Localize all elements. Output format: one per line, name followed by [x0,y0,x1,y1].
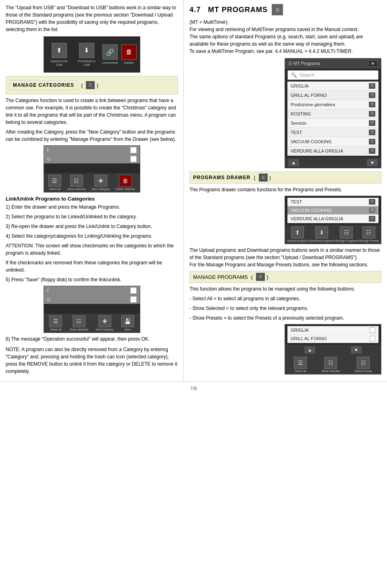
final-nav-down[interactable]: ▼ [351,346,362,354]
manage-programs-btn[interactable]: ☷ Manage Programs [335,226,358,242]
intro-text: The "Upoad from USB" and "Download to US… [6,4,178,33]
list-item[interactable]: Produzione giornaliera ☷ [287,100,379,109]
cat2-save-btn[interactable]: 💾 Save [121,315,134,331]
manage-presets-icon: ☷ [362,226,375,239]
page-number: 7/8 [0,381,387,395]
section-heading: 4.7 MT PROGRAMS ☷ [189,4,381,15]
drawer-paren-open: ( [254,175,255,181]
manage-presets-btn[interactable]: ☷ Manage Presets [358,226,379,242]
show-selected-btn[interactable]: ☷ Show selected [67,175,86,190]
prog-name-test: TEST [291,130,369,135]
nav-down-btn[interactable]: ▼ [367,159,378,166]
cat-label-g: G [47,157,51,161]
final-show-selected-label: Show selected [322,370,340,372]
cat2-new-category-btn[interactable]: ✚ New Category [96,315,114,331]
prog-icon-produzione: ☷ [369,102,375,107]
prog-name-produzione: Produzione giornaliera [291,102,369,107]
programs-drawer-header: PROGRAMS DRAWER ( ☷ ) [189,172,381,184]
cat2-empty-area [44,304,140,314]
select-all-btn[interactable]: ☰ Select all [48,175,61,190]
right-column: 4.7 MT PROGRAMS ☷ (MT = MultiTimer) For … [183,0,387,381]
cat2-label-g: G [47,297,51,302]
final-item-griglia[interactable]: GRIGLIA [287,326,379,335]
step-3: 3) Re-open the drawer and press the Link… [6,223,178,230]
manage-programs-header: MANAGE PROGRAMS ( ☷ ) [189,271,381,283]
upload-programs-label: Upload programs [287,239,309,242]
list-item[interactable]: Servizio ☷ [287,119,379,128]
cat2-show-selected-btn[interactable]: ☷ Show selected [70,315,88,331]
download-usb-label: Download to USB [75,59,99,67]
final-select-all-btn[interactable]: ☰ Select all [294,357,307,372]
final-item-grill-forno[interactable]: GRILL AL FORNO [287,335,379,343]
cat2-new-category-icon: ✚ [98,315,111,327]
cat2-show-selected-label: Show selected [70,328,88,331]
cat2-save-icon: 💾 [121,315,134,327]
cat2-select-all-btn[interactable]: ☰ Select all [49,315,62,331]
show-selected-label: Show selected [67,188,86,190]
show-selected-icon: ☷ [70,175,83,187]
final-item-grill-forno-name: GRILL AL FORNO [291,336,327,341]
category-screen-2: F G ☰ Select all ☷ Show selected [44,286,140,333]
new-category-btn[interactable]: ✚ New Category [92,175,109,190]
delete-block: 🗑 Delete [121,44,137,65]
final-nav-up[interactable]: ▲ [304,346,315,354]
final-show-selected-btn[interactable]: ☷ Show selected [322,357,340,372]
linkunlink-label: Link/Unlink [102,61,118,65]
download-programs-label: Download programs [309,239,335,242]
step-1: 1) Enter the drawer and press the Manage… [6,203,178,211]
list-item[interactable]: VERDURE ALLA GRIGLIA ☷ [287,146,379,156]
mt-dropdown[interactable]: ▼ [368,60,378,67]
list-item[interactable]: VACUUM COOKING ☷ [287,137,379,146]
section-icon: ☷ [272,4,283,15]
cat2-row-g: G [44,295,140,304]
download-programs-btn[interactable]: ⬇ Download programs [309,226,335,242]
drawer-item-test-name: TEST [291,199,302,204]
cat-screen-footer-2: ☰ Select all ☷ Show selected ✚ New Categ… [44,314,140,333]
mp-icon: ☷ [256,273,265,281]
upload-programs-btn[interactable]: ⬆ Upload programs [287,226,309,242]
cat2-checkbox-f [130,287,137,294]
mt-program-list: GRIGLIA ☷ GRILL AL FORNO ☷ Produzione gi… [287,82,379,156]
step-4: 4) Select the category/categories for Li… [6,232,178,240]
upload-download-screenshot: ⬆ Upload from USB ⬇ Download to USB 🔗 Li… [44,36,140,73]
upload-programs-icon: ⬆ [291,226,304,239]
new-category-label: New Category [92,188,109,190]
list-item[interactable]: GRIGLIA ☷ [287,82,379,91]
prog-icon-servizio: ☷ [369,120,375,126]
drawer-paren-close: ) [269,175,271,181]
final-checkbox-grill-forno [370,336,375,341]
prog-name-grill-forno: GRILL AL FORNO [291,93,369,98]
nav-up-btn[interactable]: ▲ [288,159,299,166]
download-usb-block: ⬇ Download to USB [75,43,99,67]
final-screen-footer: ☰ Select all ☷ Show selected ☷ Show Pres… [285,355,381,374]
mt-screen-nav: ▲ ▼ [285,157,381,168]
drawer-screen-footer: ⬆ Upload programs ⬇ Download programs ☷ … [285,225,381,244]
final-checkbox-griglia [370,327,375,333]
cat2-select-all-label: Select all [50,328,61,331]
list-item[interactable]: GRILL AL FORNO ☷ [287,91,379,100]
after-creating-text: After creating the Category, press the "… [6,128,178,143]
prog-icon-griglia: ☷ [369,83,375,89]
manage-programs-section-title: MANAGE PROGRAMS [193,274,248,280]
manage-presets-label: Manage Presets [358,239,379,242]
manage-cat-icon: ☷ [86,81,95,89]
attention-text: ATTENTION: This screen will show checkma… [6,242,178,257]
list-item[interactable]: ROSTING ☷ [287,109,379,119]
drawer-item-verdure[interactable]: VERDURE ALLA GRIGLIA ☷ [287,215,379,223]
mt-description: (MT = MultiTimer) For viewing and retrie… [189,19,381,55]
delete-selected-btn[interactable]: 🗑 Delete selected [116,175,135,190]
prog-name-griglia: GRIGLIA [291,84,369,88]
cat-checkbox-g [130,156,137,162]
prog-name-verdure: VERDURE ALLA GRIGLIA [291,149,369,153]
list-item[interactable]: TEST ☷ [287,128,379,137]
upload-usb-icon: ⬆ [52,43,67,58]
final-show-presets-btn[interactable]: ☷ Show Presets [355,357,372,372]
final-list: GRIGLIA GRILL AL FORNO [287,326,379,343]
drawer-item-vacuum[interactable]: VACUUM COOKING ☷ [287,206,379,215]
drawer-item-test[interactable]: TEST ☷ [287,198,379,206]
download-usb-icon: ⬇ [79,43,94,58]
manage-cat-paren-close: ) [96,82,98,88]
manage-programs-label: Manage Programs [335,239,358,242]
mt-search-bar[interactable]: 🔍 Search [287,70,379,80]
cat2-label-f: F [47,288,50,293]
